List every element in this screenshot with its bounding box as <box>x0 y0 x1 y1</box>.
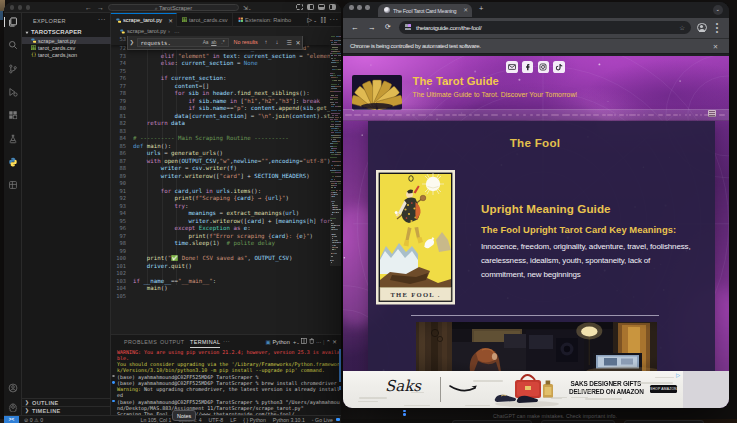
minimap-line <box>331 86 335 87</box>
address-bar[interactable]: thetarotguide.com/the-fool/ ☆ <box>399 21 691 33</box>
explorer-more-icon[interactable]: ··· <box>98 16 106 23</box>
search-icon[interactable] <box>8 40 18 50</box>
back-button[interactable]: ← <box>351 23 359 32</box>
minimize-window-button[interactable] <box>18 5 23 10</box>
minimap[interactable] <box>330 36 341 335</box>
terminal-scrollbar[interactable] <box>339 349 341 382</box>
adchoices-icon[interactable]: ▷ <box>676 372 680 378</box>
zoom-window-button[interactable] <box>365 5 370 10</box>
testing-icon[interactable] <box>8 134 18 144</box>
more-icon[interactable]: ··· <box>316 338 322 344</box>
navigate-forward-button[interactable]: → <box>97 2 104 13</box>
facebook-icon[interactable] <box>522 61 534 73</box>
split-terminal-icon[interactable] <box>301 338 307 344</box>
tab-search-button[interactable]: ⌄ <box>713 5 724 16</box>
file-scrape_tarot.py[interactable]: scrape_tarot.py <box>22 37 111 44</box>
find-in-selection-icon[interactable]: ☰ <box>287 39 292 46</box>
reload-button[interactable]: ⟳ <box>385 23 391 31</box>
status-right-items[interactable]: Ln 105, Col 1Spaces: 4UTF-8LF{ } PythonP… <box>134 417 333 423</box>
toggle-secondary-sidebar-icon[interactable] <box>329 4 336 10</box>
run-debug-icon[interactable] <box>8 87 18 97</box>
explorer-icon[interactable] <box>8 17 18 27</box>
scroll-widget[interactable] <box>708 110 716 117</box>
file-tarot_cards.json[interactable]: {}tarot_cards.json <box>22 51 111 58</box>
command-center[interactable]: ⌕ TarotScraper <box>108 4 239 12</box>
suggestion-chip[interactable] <box>624 420 704 423</box>
whole-word-icon[interactable]: ab <box>211 40 216 45</box>
editor-more-icon[interactable]: ··· <box>330 16 339 23</box>
tarot-card-image[interactable]: THE FOOL . <box>376 170 455 305</box>
panel-tab-problems[interactable]: PROBLEMS <box>124 339 157 345</box>
site-info-icon[interactable] <box>405 24 411 30</box>
tab-tarot-cards-csv[interactable]: tarot_cards.csv <box>177 13 233 27</box>
next-match-icon[interactable]: ↓ <box>276 39 279 45</box>
bookmark-star-icon[interactable]: ☆ <box>679 24 685 32</box>
forward-button[interactable]: → <box>368 23 376 32</box>
file-tarot_cards.csv[interactable]: tarot_cards.csv <box>22 44 111 51</box>
share-icon[interactable]: ⇲⌄ <box>243 4 251 11</box>
terminal-scrollbar[interactable] <box>339 386 341 390</box>
video-embed[interactable] <box>416 322 657 372</box>
maximize-panel-icon[interactable]: ⌃ <box>326 338 331 344</box>
account-icon[interactable] <box>8 383 18 393</box>
minimap-slider[interactable] <box>330 192 341 267</box>
toggle-panel-icon[interactable] <box>318 4 325 10</box>
toggle-replace-icon[interactable]: ❯ <box>130 39 135 45</box>
instagram-icon[interactable] <box>538 61 550 73</box>
previous-match-icon[interactable]: ↑ <box>265 39 268 45</box>
close-infobar-icon[interactable]: ✕ <box>713 43 718 51</box>
python-icon[interactable] <box>8 157 18 167</box>
jupyter-icon[interactable] <box>8 180 18 190</box>
zoom-window-button[interactable] <box>26 5 31 10</box>
marquee-text-blur <box>602 114 606 116</box>
toggle-sidebar-icon[interactable] <box>307 4 314 10</box>
tab-extension-rainbo[interactable]: Extension: Rainbo <box>233 13 309 27</box>
source-control-icon[interactable] <box>8 64 18 74</box>
panel-more-icon[interactable]: ··· <box>223 338 230 344</box>
terminal-output[interactable]: WARNING: You are using pip version 21.2.… <box>111 348 341 416</box>
sidebar-section-outline[interactable]: ❯OUTLINE <box>22 398 111 406</box>
close-window-button[interactable] <box>349 5 354 10</box>
ad-banner[interactable]: Saks <box>343 371 729 408</box>
folder-root[interactable]: ▼ TAROTSCRAPER <box>22 28 111 36</box>
customize-layout-icon[interactable] <box>296 4 303 10</box>
close-tab-icon[interactable]: ✕ <box>463 7 468 13</box>
panel-tab-terminal[interactable]: TERMINAL <box>190 339 220 345</box>
find-results-status: No results <box>234 39 258 45</box>
suggestion-chip[interactable] <box>541 420 615 423</box>
close-find-icon[interactable]: ✕ <box>296 39 301 46</box>
close-panel-icon[interactable]: ✕ <box>332 338 337 344</box>
ad-creative[interactable]: Saks <box>343 371 683 408</box>
browser-tab[interactable]: The Fool Tarot Card Meaning ✕ <box>378 4 472 17</box>
code-editor[interactable]: 7273747576777879808182838485868788899091… <box>111 36 341 335</box>
profile-avatar[interactable] <box>697 23 707 33</box>
editor-actions[interactable]: ▷⌄ ⫿⫿ ··· <box>307 16 339 24</box>
browser-menu-icon[interactable]: ••• <box>715 22 719 34</box>
suggestion-chip[interactable] <box>452 420 532 423</box>
remote-indicator[interactable]: >< <box>4 416 19 423</box>
terminal-toolbar[interactable]: ▣ Python +⌄ ··· | ⌃ ✕ <box>266 338 337 345</box>
trash-icon[interactable] <box>309 338 315 344</box>
close-window-button[interactable] <box>10 5 15 10</box>
shop-amazon-button[interactable]: SHOP AMAZON <box>650 385 677 393</box>
tab-scrape-tarot-py[interactable]: scrape_tarot.py✕ <box>111 13 177 27</box>
panel-tab-output[interactable]: OUTPUT <box>160 339 185 345</box>
split-editor-icon[interactable]: ⫿⫿ <box>321 16 327 23</box>
close-tab-icon[interactable]: ✕ <box>168 18 173 24</box>
site-logo[interactable] <box>352 75 402 110</box>
find-input[interactable]: requests. Aa ab .* <box>137 38 229 47</box>
match-case-icon[interactable]: Aa <box>203 40 209 45</box>
settings-gear-icon[interactable] <box>8 402 18 412</box>
minimize-window-button[interactable] <box>357 5 362 10</box>
extension-file-icon <box>238 17 244 23</box>
regex-icon[interactable]: .* <box>221 40 224 45</box>
tiktok-icon[interactable] <box>553 61 565 73</box>
problems-status[interactable]: ⊘ 0 ⚠ 0 <box>24 417 43 423</box>
site-title[interactable]: The Tarot Guide <box>413 75 499 87</box>
new-tab-button[interactable]: + <box>479 5 483 13</box>
breadcrumb[interactable]: scrape_tarot.py › … <box>111 27 341 36</box>
email-icon[interactable] <box>506 61 518 73</box>
sidebar-section-timeline[interactable]: ❯TIMELINE <box>22 406 111 414</box>
extensions-icon[interactable] <box>8 110 18 120</box>
navigate-back-button[interactable]: ← <box>85 2 92 13</box>
